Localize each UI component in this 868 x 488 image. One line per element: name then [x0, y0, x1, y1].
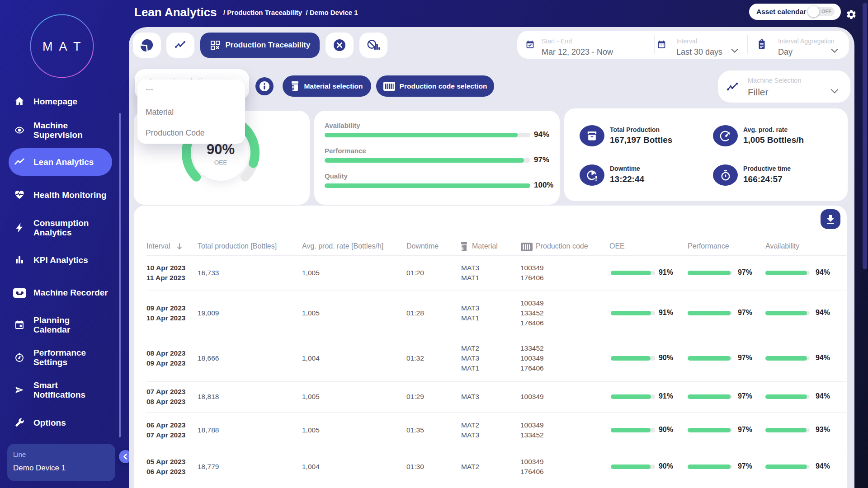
svg-text:M A T: M A T [42, 40, 83, 53]
